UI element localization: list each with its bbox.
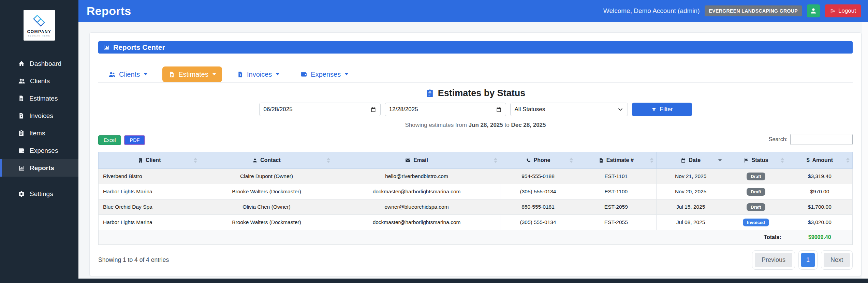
file-icon bbox=[599, 158, 604, 163]
reports-center-title: Reports Center bbox=[113, 43, 165, 51]
calendar-icon bbox=[370, 107, 376, 113]
dollar-icon: $ bbox=[807, 157, 810, 163]
cell-date: Jul 15, 2025 bbox=[657, 199, 725, 215]
status-select[interactable]: All Statuses bbox=[510, 103, 628, 116]
sidebar-item-clients[interactable]: Clients bbox=[0, 72, 78, 90]
reports-center-header: Reports Center bbox=[98, 41, 853, 54]
building-icon bbox=[138, 158, 143, 163]
chart-bar-icon bbox=[103, 44, 110, 51]
sidebar-item-items[interactable]: Items bbox=[0, 124, 78, 142]
home-icon bbox=[18, 60, 25, 67]
flag-icon bbox=[744, 158, 749, 163]
file-invoice-icon bbox=[18, 113, 25, 119]
cell-phone: 954-555-0188 bbox=[500, 169, 576, 184]
caret-down-icon bbox=[212, 73, 216, 75]
date-from-input[interactable]: 06/28/2025 bbox=[259, 103, 381, 116]
summary-to-date: Dec 28, 2025 bbox=[511, 122, 546, 128]
table-header-row: Client Contact Email bbox=[99, 152, 853, 169]
calendar-icon bbox=[496, 107, 502, 113]
column-header-estimate[interactable]: Estimate # bbox=[576, 152, 657, 169]
chevron-down-icon bbox=[617, 106, 623, 113]
column-header-phone[interactable]: Phone bbox=[500, 152, 576, 169]
table-row: Harbor Lights Marina Brooke Walters (Doc… bbox=[99, 184, 853, 199]
tab-invoices[interactable]: Invoices bbox=[231, 66, 285, 82]
calendar-icon bbox=[681, 158, 686, 163]
user-account-button[interactable] bbox=[807, 4, 820, 17]
report-tabs: Clients Estimates Invoices bbox=[98, 66, 853, 83]
sidebar-item-label: Settings bbox=[30, 190, 53, 198]
wallet-icon bbox=[18, 147, 25, 154]
export-excel-button[interactable]: Excel bbox=[98, 135, 121, 145]
cell-date: Nov 20, 2025 bbox=[657, 184, 725, 199]
cell-contact: Brooke Walters (Dockmaster) bbox=[200, 184, 333, 199]
table-row: Harbor Lights Marina Brooke Walters (Doc… bbox=[99, 215, 853, 230]
status-select-value: All Statuses bbox=[515, 106, 545, 113]
tab-estimates[interactable]: Estimates bbox=[162, 66, 222, 82]
file-icon bbox=[168, 71, 175, 78]
tab-expenses[interactable]: Expenses bbox=[294, 66, 354, 82]
column-header-email[interactable]: Email bbox=[333, 152, 500, 169]
cell-date: Jul 08, 2025 bbox=[657, 215, 725, 230]
cell-status: Draft bbox=[725, 199, 787, 215]
cell-email: dockmaster@harborlightsmarina.com bbox=[333, 215, 500, 230]
clipboard-icon bbox=[18, 130, 25, 136]
cell-contact: Olivia Chen (Owner) bbox=[200, 199, 333, 215]
export-pdf-button[interactable]: PDF bbox=[124, 135, 145, 145]
logo-title: COMPANY bbox=[27, 29, 52, 34]
column-header-client[interactable]: Client bbox=[99, 152, 200, 169]
entries-info: Showing 1 to 4 of 4 entries bbox=[98, 256, 169, 264]
summary-from-date: Jun 28, 2025 bbox=[469, 122, 503, 128]
cell-status: Draft bbox=[725, 184, 787, 199]
sidebar-item-reports[interactable]: Reports bbox=[0, 159, 78, 177]
cell-email: hello@riverbendbistro.com bbox=[333, 169, 500, 184]
sidebar-item-expenses[interactable]: Expenses bbox=[0, 142, 78, 159]
logo-subtitle: SLOGAN HERE bbox=[28, 35, 50, 37]
sidebar-item-invoices[interactable]: Invoices bbox=[0, 107, 78, 124]
sidebar-item-label: Clients bbox=[30, 77, 50, 85]
date-range-summary: Showing estimates from Jun 28, 2025 to D… bbox=[98, 122, 853, 129]
sidebar-item-dashboard[interactable]: Dashboard bbox=[0, 55, 78, 72]
status-badge: Draft bbox=[747, 173, 765, 180]
pagination-page-1[interactable]: 1 bbox=[798, 250, 818, 270]
scrollbar[interactable] bbox=[862, 22, 868, 279]
chart-bar-icon bbox=[18, 165, 25, 172]
date-to-value: 12/28/2025 bbox=[389, 106, 418, 113]
cell-client: Riverbend Bistro bbox=[99, 169, 200, 184]
column-header-date[interactable]: Date bbox=[657, 152, 725, 169]
phone-icon bbox=[526, 158, 531, 163]
sidebar-item-label: Reports bbox=[30, 164, 54, 172]
sidebar-menu: Dashboard Clients Estimates Invoices Ite… bbox=[0, 55, 78, 203]
cell-estimate: EST-2059 bbox=[576, 199, 657, 215]
logout-button[interactable]: Logout bbox=[825, 4, 861, 17]
page-1-button[interactable]: 1 bbox=[801, 253, 815, 267]
date-from-value: 06/28/2025 bbox=[264, 106, 293, 113]
cell-estimate: EST-2055 bbox=[576, 215, 657, 230]
pagination-previous[interactable]: Previous bbox=[752, 250, 795, 270]
cell-client: Harbor Lights Marina bbox=[99, 215, 200, 230]
sign-out-icon bbox=[830, 8, 836, 14]
table-controls: Excel PDF Search: bbox=[98, 134, 853, 145]
pagination-next[interactable]: Next bbox=[821, 250, 853, 270]
reports-center-card: Reports Center Clients Estimates bbox=[89, 32, 862, 276]
totals-value: $9009.40 bbox=[787, 230, 852, 245]
column-header-contact[interactable]: Contact bbox=[200, 152, 333, 169]
tab-clients[interactable]: Clients bbox=[102, 66, 153, 82]
tab-label: Expenses bbox=[311, 71, 341, 78]
cell-amount: $970.00 bbox=[787, 184, 852, 199]
sort-icon bbox=[194, 158, 197, 163]
search-input[interactable] bbox=[790, 134, 853, 145]
content-area: Reports Center Clients Estimates bbox=[78, 22, 868, 279]
filter-button[interactable]: Filter bbox=[632, 103, 692, 116]
sidebar-item-estimates[interactable]: Estimates bbox=[0, 90, 78, 107]
date-to-input[interactable]: 12/28/2025 bbox=[385, 103, 506, 116]
column-header-status[interactable]: Status bbox=[725, 152, 787, 169]
cell-email: owner@blueorchidspa.com bbox=[333, 199, 500, 215]
filter-row: 06/28/2025 12/28/2025 All Statuses Filte… bbox=[98, 103, 853, 116]
sidebar-item-settings[interactable]: Settings bbox=[0, 185, 78, 203]
previous-button[interactable]: Previous bbox=[755, 253, 792, 267]
column-header-amount[interactable]: $Amount bbox=[787, 152, 852, 169]
section-title: Estimates by Status bbox=[98, 88, 853, 99]
search-label: Search: bbox=[769, 136, 788, 143]
sort-icon bbox=[781, 158, 784, 163]
next-button[interactable]: Next bbox=[824, 253, 850, 267]
